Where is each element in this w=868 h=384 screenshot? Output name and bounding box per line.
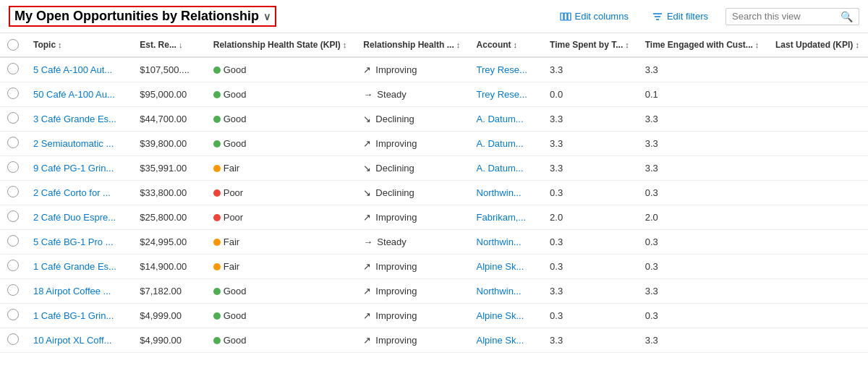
- row-checkbox[interactable]: [7, 235, 19, 247]
- sort-icon-time-engaged: ↕: [755, 40, 760, 49]
- status-dot: [213, 165, 221, 172]
- row-checkbox[interactable]: [7, 333, 19, 345]
- row-account: Northwin...: [469, 279, 543, 304]
- row-checkbox[interactable]: [7, 210, 19, 222]
- topic-link[interactable]: 2 Café Corto for ...: [33, 187, 111, 198]
- trend-arrow-icon: →: [363, 236, 373, 247]
- trend-arrow-icon: ↗: [363, 212, 371, 223]
- account-link[interactable]: Northwin...: [477, 187, 522, 198]
- row-checkbox[interactable]: [7, 137, 19, 148]
- rh-label: Improving: [375, 212, 417, 223]
- account-link[interactable]: A. Datum...: [477, 114, 524, 124]
- row-time-spent: 0.3: [542, 255, 638, 279]
- kpi-label: Poor: [224, 187, 243, 198]
- account-link[interactable]: A. Datum...: [477, 163, 524, 174]
- account-link[interactable]: Alpine Sk...: [477, 310, 524, 321]
- status-dot: [213, 214, 221, 221]
- account-link[interactable]: Trey Rese...: [477, 64, 527, 75]
- status-dot: [213, 337, 221, 344]
- kpi-label: Fair: [224, 261, 239, 272]
- rh-label: Improving: [375, 138, 417, 149]
- table-row: 50 Café A-100 Au...$95,000.00Good→Steady…: [0, 82, 868, 107]
- row-account: Fabrikam,...: [469, 205, 543, 230]
- account-link[interactable]: Northwin...: [477, 236, 522, 247]
- account-link[interactable]: Alpine Sk...: [477, 261, 524, 272]
- row-time-spent: 0.0: [542, 82, 638, 107]
- row-checkbox[interactable]: [7, 309, 19, 320]
- col-header-last-updated[interactable]: Last Updated (KPI) ↕: [768, 33, 868, 57]
- edit-filters-button[interactable]: Edit filters: [646, 8, 714, 25]
- col-header-time-spent[interactable]: Time Spent by T... ↕: [542, 33, 638, 57]
- sort-icon-kpi: ↕: [343, 40, 347, 49]
- topic-link[interactable]: 1 Café BG-1 Grin...: [33, 310, 114, 321]
- topic-link[interactable]: 2 Café Duo Espre...: [33, 212, 116, 223]
- edit-columns-label: Edit columns: [575, 11, 629, 22]
- row-last-updated: [768, 156, 868, 181]
- sort-icon-topic: ↕: [58, 40, 62, 49]
- row-time-spent: 3.3: [542, 156, 638, 181]
- row-topic: 10 Airpot XL Coff...: [26, 328, 132, 353]
- topic-link[interactable]: 1 Café Grande Es...: [33, 261, 116, 272]
- account-link[interactable]: Alpine Sk...: [477, 335, 524, 346]
- row-account: A. Datum...: [469, 107, 543, 132]
- topic-link[interactable]: 18 Airpot Coffee ...: [33, 286, 111, 296]
- trend-arrow-icon: ↗: [363, 310, 371, 321]
- row-checkbox[interactable]: [7, 112, 19, 124]
- search-input[interactable]: [732, 11, 836, 22]
- topic-link[interactable]: 5 Café BG-1 Pro ...: [33, 236, 114, 247]
- kpi-label: Poor: [224, 212, 243, 223]
- row-account: A. Datum...: [469, 132, 543, 156]
- col-header-topic[interactable]: Topic ↕: [26, 33, 132, 57]
- row-kpi: Good: [206, 57, 357, 82]
- row-checkbox-cell: [0, 57, 26, 82]
- row-checkbox[interactable]: [7, 186, 19, 197]
- table-row: 1 Café BG-1 Grin...$4,999.00Good↗Improvi…: [0, 304, 868, 328]
- row-topic: 2 Café Duo Espre...: [26, 205, 132, 230]
- row-account: Alpine Sk...: [469, 328, 543, 353]
- row-topic: 50 Café A-100 Au...: [26, 82, 132, 107]
- row-kpi: Fair: [206, 230, 357, 255]
- col-header-time-engaged[interactable]: Time Engaged with Cust... ↕: [638, 33, 768, 57]
- topic-link[interactable]: 50 Café A-100 Au...: [33, 89, 115, 100]
- row-time-engaged: 3.3: [638, 328, 768, 353]
- rh-label: Steady: [377, 89, 406, 100]
- row-kpi: Good: [206, 328, 357, 353]
- table-row: 9 Café PG-1 Grin...$35,991.00Fair↘Declin…: [0, 156, 868, 181]
- select-all-checkbox[interactable]: [7, 39, 19, 51]
- account-link[interactable]: Northwin...: [477, 286, 522, 296]
- row-checkbox[interactable]: [7, 284, 19, 296]
- col-header-rh[interactable]: Relationship Health ... ↕: [356, 33, 469, 57]
- kpi-label: Good: [224, 310, 247, 321]
- row-est-rev: $7,182.00: [132, 279, 206, 304]
- row-time-spent: 3.3: [542, 132, 638, 156]
- topic-link[interactable]: 2 Semiautomatic ...: [33, 138, 114, 149]
- topic-link[interactable]: 3 Café Grande Es...: [33, 114, 116, 124]
- topic-link[interactable]: 10 Airpot XL Coff...: [33, 335, 111, 346]
- row-checkbox[interactable]: [7, 260, 19, 271]
- trend-arrow-icon: ↗: [363, 335, 371, 346]
- row-time-engaged: 0.1: [638, 82, 768, 107]
- account-link[interactable]: Fabrikam,...: [477, 212, 527, 223]
- account-link[interactable]: Trey Rese...: [477, 89, 527, 100]
- kpi-label: Fair: [224, 163, 239, 174]
- row-last-updated: [768, 205, 868, 230]
- status-dot: [213, 116, 221, 123]
- topic-link[interactable]: 9 Café PG-1 Grin...: [33, 163, 114, 174]
- row-last-updated: [768, 132, 868, 156]
- row-kpi: Good: [206, 107, 357, 132]
- page-title[interactable]: My Open Opportunities by Relationship ∨: [9, 6, 276, 27]
- row-checkbox[interactable]: [7, 161, 19, 173]
- col-header-account[interactable]: Account ↕: [469, 33, 543, 57]
- account-link[interactable]: A. Datum...: [477, 138, 524, 149]
- col-header-kpi[interactable]: Relationship Health State (KPI) ↕: [206, 33, 357, 57]
- row-rh: ↗Improving: [356, 205, 469, 230]
- row-rh: ↗Improving: [356, 279, 469, 304]
- edit-columns-button[interactable]: Edit columns: [554, 8, 634, 25]
- page-container: My Open Opportunities by Relationship ∨ …: [0, 0, 868, 353]
- row-time-engaged: 0.3: [638, 181, 768, 205]
- col-header-est-rev[interactable]: Est. Re... ↓: [132, 33, 206, 57]
- row-time-engaged: 2.0: [638, 205, 768, 230]
- row-checkbox[interactable]: [7, 63, 19, 74]
- row-checkbox[interactable]: [7, 88, 19, 99]
- topic-link[interactable]: 5 Café A-100 Aut...: [33, 64, 112, 75]
